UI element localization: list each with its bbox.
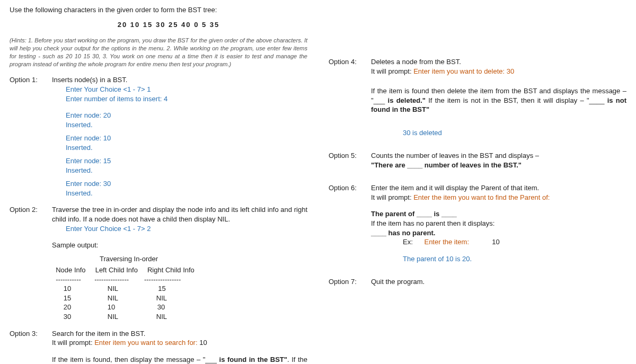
opt4-mb: is deleted." xyxy=(385,96,426,104)
opt6-ex-val: 10 xyxy=(492,238,499,246)
option-1-choice: Enter Your Choice <1 - 7> 1 xyxy=(66,85,307,94)
option-5-label: Option 5: xyxy=(329,151,371,170)
opt3-m1a: If the item is found, then display the m… xyxy=(52,356,205,363)
opt3-prompt-lead: It will prompt: xyxy=(52,339,94,347)
page-heading: Use the following characters in the give… xyxy=(10,5,307,15)
opt1-l0: Enter node: 20 xyxy=(66,111,307,120)
option-6-plain: If the item has no parent then it displa… xyxy=(371,219,626,228)
sample-output-label: Sample output: xyxy=(52,241,307,250)
option-7-text: Quit the program. xyxy=(371,277,626,287)
opt3-prompt-val: 10 xyxy=(198,339,207,347)
opt6-prompt: Enter the item you want to find the Pare… xyxy=(413,193,550,201)
option-2-desc: Traverse the tree in in-order and displa… xyxy=(52,205,307,224)
option-3-label: Option 3: xyxy=(10,329,52,365)
option-1-num: Enter number of items to insert: 4 xyxy=(66,94,307,104)
opt6-ex-prompt: Enter the item: xyxy=(424,238,469,246)
option-3-message: If the item is found, then display the m… xyxy=(52,355,307,364)
option-7-label: Option 7: xyxy=(329,277,371,287)
opt4-prompt: Enter item you want to delete: 30 xyxy=(413,67,514,75)
option-4-result: 30 is deleted xyxy=(403,128,626,138)
option-3-title: Search for the item in the BST. xyxy=(52,329,307,339)
opt1-l1: Inserted. xyxy=(66,120,307,130)
traverse-title: Traversing In-order xyxy=(100,254,307,264)
option-5-line1: Counts the number of leaves in the BST a… xyxy=(371,151,626,161)
opt4-mc: If the item is not in the BST, then it w… xyxy=(426,96,589,104)
opt1-l6: Enter node: 15 xyxy=(66,156,307,166)
option-5-line2: "There are ____ number of leaves in the … xyxy=(371,161,626,170)
opt6-prompt-lead: It will prompt: xyxy=(371,193,413,201)
opt1-l10: Inserted. xyxy=(66,189,307,198)
option-6-prompt-row: It will prompt: Enter the item you want … xyxy=(371,193,626,202)
opt3-m1b: is found in the BST" xyxy=(217,356,287,363)
option-4-prompt-row: It will prompt: Enter item you want to d… xyxy=(371,67,626,76)
option-6-line1: Enter the item and it will display the P… xyxy=(371,183,626,193)
opt1-l3: Enter node: 10 xyxy=(66,134,307,143)
opt1-l7: Inserted. xyxy=(66,166,307,175)
option-6-bold1: The parent of ____ is ____ xyxy=(371,209,626,219)
option-6-bold2: ____ has no parent. xyxy=(371,228,626,238)
opt1-l9: Enter node: 30 xyxy=(66,179,307,189)
option-2-choice: Enter Your Choice <1 - 7> 2 xyxy=(66,224,307,234)
hints-text: (Hints: 1. Before you start working on t… xyxy=(10,37,307,68)
opt4-prompt-lead: It will prompt: xyxy=(371,67,413,75)
option-4-title: Deletes a node from the BST. xyxy=(371,57,626,67)
option-1-title: Inserts node(s) in a BST. xyxy=(52,75,307,85)
opt1-l4: Inserted. xyxy=(66,143,307,153)
option-3-prompt-row: It will prompt: Enter item you want to s… xyxy=(52,338,307,348)
option-1-label: Option 1: xyxy=(10,75,52,198)
opt6-ex-label: Ex: xyxy=(403,238,413,246)
option-6-example: Ex: Enter the item: 10 xyxy=(403,237,626,247)
option-4-label: Option 4: xyxy=(329,57,371,137)
option-6-result: The parent of 10 is 20. xyxy=(403,254,626,264)
opt3-prompt: Enter item you want to search for: xyxy=(94,339,197,347)
traverse-table: Node Info Left Child Info Right Child In… xyxy=(52,265,307,321)
option-4-message: If the item is found then delete the ite… xyxy=(371,86,626,114)
option-2-label: Option 2: xyxy=(10,205,52,233)
bst-sequence: 20 10 15 30 25 40 0 5 35 xyxy=(84,20,253,30)
option-6-label: Option 6: xyxy=(329,183,371,263)
